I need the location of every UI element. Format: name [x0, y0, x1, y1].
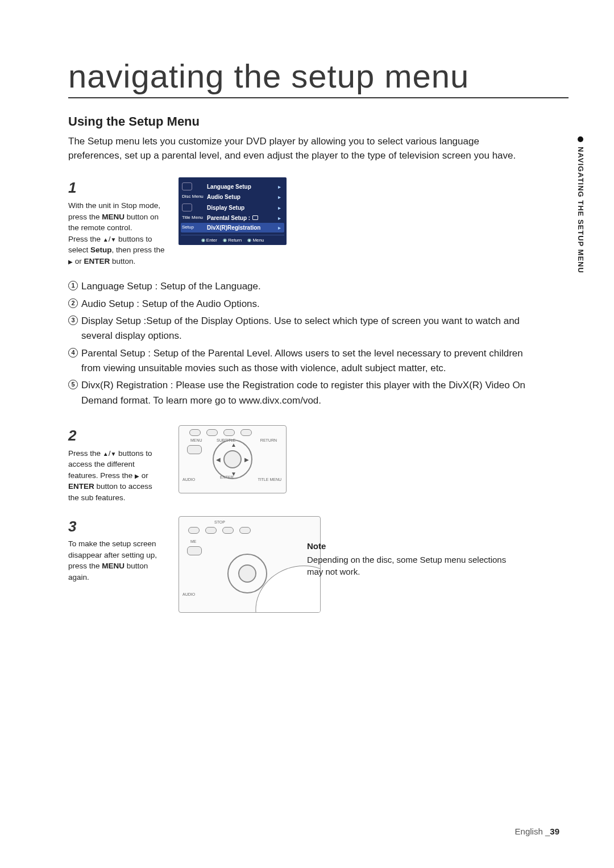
chevron-right-icon: ▸	[278, 215, 281, 221]
remote-next-icon	[240, 429, 252, 436]
remote-next-icon	[239, 527, 251, 534]
step-3-text: 3 To make the setup screen disappear aft…	[68, 516, 165, 583]
label-title-menu: TITLE MENU	[258, 477, 281, 481]
remote-stop-icon	[206, 429, 218, 436]
remote-illustration-hand: STOP ME AUDIO	[179, 516, 321, 613]
osd-setup-selected: Setup	[182, 225, 207, 230]
remote-play-icon	[223, 429, 235, 436]
step-2: 2 Press the / buttons to access the diff…	[68, 425, 569, 504]
osd-divx: DivX(R)Registration	[207, 225, 278, 231]
label-return: RETURN	[260, 438, 277, 442]
bullet-2-icon: 2	[68, 298, 78, 308]
chevron-right-icon: ▸	[278, 205, 281, 211]
step-number: 2	[68, 425, 165, 447]
right-arrow-icon	[68, 257, 73, 265]
intro-text: The Setup menu lets you customize your D…	[68, 135, 534, 163]
remote-dpad	[227, 554, 267, 593]
chevron-right-icon: ▸	[278, 225, 281, 231]
bullet-4-icon: 4	[68, 348, 78, 358]
label-menu: MENU	[190, 438, 202, 442]
remote-menu-button	[187, 445, 202, 454]
label-audio: AUDIO	[182, 477, 195, 481]
remote-play-icon	[222, 527, 234, 534]
up-arrow-icon	[103, 449, 109, 458]
label-menu: ME	[190, 539, 197, 543]
chevron-right-icon: ▸	[278, 184, 281, 190]
remote-prev-icon	[188, 527, 200, 534]
step-number: 3	[68, 516, 165, 538]
step-2-text: 2 Press the / buttons to access the diff…	[68, 425, 165, 504]
right-arrow-icon	[135, 471, 139, 480]
side-tab-text: NAVIGATING THE SETUP MENU	[576, 147, 585, 273]
bullet-5-icon: 5	[68, 380, 78, 389]
note: Note Depending on the disc, some Setup m…	[307, 540, 512, 578]
osd-footer: Enter Return Menu	[181, 235, 284, 243]
desc-display: Display Setup :Setup of the Display Opti…	[81, 314, 540, 344]
note-title: Note	[307, 540, 512, 553]
step-1-text: 1 With the unit in Stop mode, press the …	[68, 177, 165, 267]
bullet-1-icon: 1	[68, 281, 78, 290]
step-number: 1	[68, 177, 165, 199]
desc-audio: Audio Setup : Setup of the Audio Options…	[81, 297, 540, 312]
setup-descriptions: 1Language Setup : Setup of the Language.…	[68, 279, 540, 408]
osd-footer-return: Return	[223, 238, 242, 243]
down-arrow-icon	[110, 449, 116, 458]
page-footer: English _39	[515, 827, 559, 836]
section-heading: Using the Setup Menu	[68, 114, 569, 129]
osd-screenshot: Language Setup ▸ Disc Menu Audio Setup ▸…	[179, 177, 287, 245]
lock-icon	[252, 215, 258, 220]
up-arrow-icon	[103, 235, 109, 243]
osd-footer-enter: Enter	[201, 238, 217, 243]
page-number: 39	[550, 827, 559, 836]
desc-parental: Parental Setup : Setup of the Parental L…	[81, 346, 540, 376]
remote-stop-icon	[205, 527, 217, 534]
label-stop: STOP	[214, 520, 225, 524]
label-enter: ENTER	[220, 475, 234, 479]
remote-dpad: ▲ ▼ ◀ ▶	[213, 439, 252, 479]
side-tab: NAVIGATING THE SETUP MENU	[572, 136, 589, 301]
osd-display-setup: Display Setup	[207, 205, 278, 211]
desc-language: Language Setup : Setup of the Language.	[81, 279, 540, 294]
remote-illustration: MENU SUBTITLE RETURN ▲ ▼ ◀ ▶ AUDIO ENTER…	[179, 425, 287, 493]
osd-parental-setup: Parental Setup :	[207, 215, 278, 221]
bullet-icon	[578, 136, 583, 142]
down-arrow-icon	[110, 235, 116, 243]
chevron-right-icon: ▸	[278, 194, 281, 200]
label-audio: AUDIO	[182, 592, 195, 596]
desc-divx: Divx(R) Registration : Please use the Re…	[81, 378, 540, 408]
osd-audio-setup: Audio Setup	[207, 194, 278, 200]
remote-menu-button	[187, 546, 202, 555]
footer-language: English	[515, 827, 545, 836]
remote-prev-icon	[189, 429, 201, 436]
osd-language-setup: Language Setup	[207, 184, 278, 190]
note-body: Depending on the disc, some Setup menu s…	[307, 554, 512, 579]
step-1: 1 With the unit in Stop mode, press the …	[68, 177, 569, 267]
page-title: navigating the setup menu	[68, 57, 569, 98]
osd-footer-menu: Menu	[247, 238, 264, 243]
bullet-3-icon: 3	[68, 315, 78, 325]
